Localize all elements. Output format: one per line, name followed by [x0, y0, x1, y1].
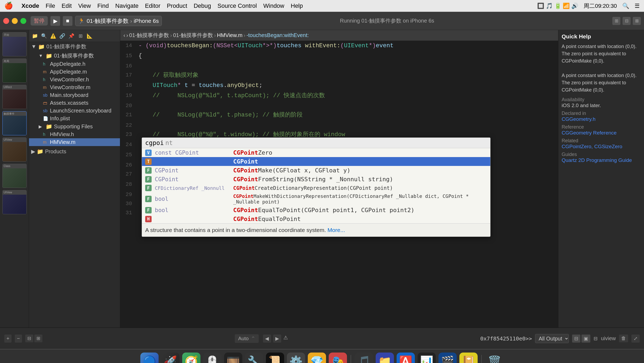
close-button[interactable] [3, 18, 9, 24]
menu-help[interactable]: Help [291, 2, 303, 9]
sidebar-item-appdelegate-m[interactable]: m AppDelegate.m [29, 68, 120, 76]
nav-icon-4[interactable]: 🔗 [58, 32, 66, 40]
navigator-toggle[interactable]: ⊞ [612, 17, 620, 25]
menu-editor[interactable]: Editor [145, 2, 160, 9]
qh-guides-link[interactable]: Quartz 2D Programming Guide [562, 157, 641, 163]
ac-item-cgpointcreatedict[interactable]: F CFDictionaryRef _Nonnull CGPointCreate… [142, 184, 490, 192]
ac-item-cgpointmake[interactable]: F CGPoint CGPointMake(CGFloat x, CGFloat… [142, 166, 490, 175]
menu-edit[interactable]: Edit [61, 2, 72, 9]
nav-icon-1[interactable]: 📁 [31, 32, 39, 40]
run-button[interactable]: ▶ [50, 16, 60, 26]
sidebar-group-root[interactable]: ▼ 📁 01-触摸事件参数 [29, 42, 120, 51]
minimize-button[interactable] [12, 18, 18, 24]
output-select[interactable]: All Output [535, 334, 569, 343]
menu-view[interactable]: View [78, 2, 91, 9]
sidebar-group-products[interactable]: ▶ 📁 Products [29, 147, 120, 156]
split-view-button[interactable]: ⊟ [572, 335, 580, 343]
thumb-2[interactable]: 布局 [2, 59, 27, 83]
nav-back[interactable]: ‹ [123, 32, 125, 38]
dock-finder[interactable]: 🔵 [140, 353, 159, 363]
inspector-toggle[interactable]: ⊠ [633, 17, 641, 25]
nav-icon-5[interactable]: 📌 [68, 32, 75, 40]
breadcrumb-part-3[interactable]: HMView.m [217, 32, 243, 38]
menu-source-control[interactable]: Source Control [218, 2, 257, 9]
qh-related-link[interactable]: CGPointZero, CGSizeZero [562, 144, 641, 150]
thumb-7[interactable]: UIView [2, 190, 27, 214]
ac-item-cgpointmakewithdict[interactable]: F bool CGPointMakeWithDictionaryRepresen… [142, 192, 490, 206]
dock-sketch[interactable]: 💎 [308, 353, 326, 363]
thumb-4[interactable]: 触摸事件 [2, 111, 27, 135]
nav-icon-2[interactable]: 🔍 [40, 32, 48, 40]
sidebar-item-hmview-m[interactable]: m HMView.m [29, 138, 120, 146]
search-icon[interactable]: 🔍 [622, 3, 629, 9]
dock-launchpad[interactable]: 🚀 [161, 353, 180, 363]
dock-quicktime[interactable]: 🎬 [438, 353, 457, 363]
ac-item-cgpointequaltopoint[interactable]: F bool CGPointEqualToPoint(CGPoint point… [142, 206, 490, 215]
menu-navigate[interactable]: Navigate [115, 2, 139, 9]
scheme-selector[interactable]: 🏃 01-触摸事件参数 › iPhone 6s [75, 16, 162, 26]
dock-finder2[interactable]: 📁 [376, 353, 394, 363]
menu-product[interactable]: Product [167, 2, 187, 9]
filter-icon[interactable]: ⊟ [594, 336, 598, 342]
pause-badge[interactable]: 暂停 [31, 16, 48, 26]
sidebar-item-viewcontroller-h[interactable]: h ViewController.h [29, 76, 120, 84]
qh-declared-link[interactable]: CGGeometry.h [562, 116, 641, 122]
ac-item-cgpoint[interactable]: T CGPoint [142, 157, 490, 166]
expand-button[interactable]: ⤢ [631, 335, 640, 343]
ac-item-cgpointequaltopoint-h[interactable]: H CGPointEqualToPoint [142, 215, 490, 223]
ac-item-cgpointzero[interactable]: V const CGPoint CGPointZero [142, 148, 490, 157]
menu-file[interactable]: File [46, 2, 55, 9]
dock-terminal[interactable]: 📜 [266, 353, 284, 363]
dock-notes[interactable]: 📔 [459, 353, 478, 363]
dock-settings[interactable]: ⚙️ [287, 353, 305, 363]
assistant-toggle[interactable]: ⊟ [623, 17, 631, 25]
menu-window[interactable]: Window [263, 2, 284, 9]
maximize-button[interactable] [20, 18, 26, 24]
more-link[interactable]: More... [327, 227, 345, 233]
dock-photos[interactable]: 🎞️ [224, 353, 242, 363]
sidebar-item-launchscreen[interactable]: sb LaunchScreen.storyboard [29, 107, 120, 115]
menu-find[interactable]: Find [97, 2, 109, 9]
dock-mouse[interactable]: 🖱️ [203, 353, 221, 363]
qh-reference-link[interactable]: CGGeometry Reference [562, 130, 641, 136]
sidebar-item-subgroup[interactable]: ▼ 📁 01-触摸事件参数 [29, 51, 120, 60]
dock-appstore[interactable]: 🅰️ [397, 353, 415, 363]
dock-puppet[interactable]: 🎭 [329, 353, 347, 363]
breadcrumb-part-1[interactable]: 01-触摸事件参数 [129, 32, 169, 39]
sidebar-item-main-storyboard[interactable]: sb Main.storyboard [29, 91, 120, 99]
sidebar-item-appdelegate-h[interactable]: h AppDelegate.h [29, 60, 120, 68]
nav-icon-3[interactable]: ⚠️ [49, 32, 57, 40]
breadcrumb-part-4[interactable]: -touchesBegan:withEvent: [246, 32, 309, 38]
single-view-button[interactable]: ▣ [581, 335, 590, 343]
sidebar-item-hmview-h[interactable]: h HMView.h [29, 130, 120, 138]
ac-item-cgpointfromstring[interactable]: F CGPoint CGPointFromString(NSString * _… [142, 175, 490, 184]
breadcrumb-part-2[interactable]: 01-触摸事件参数 [173, 32, 213, 39]
stop-button[interactable]: ■ [63, 16, 72, 26]
nav-icon-7[interactable]: 📐 [86, 32, 93, 40]
clear-button[interactable]: 🗑 [619, 335, 628, 342]
remove-file-button[interactable]: − [15, 335, 22, 343]
sidebar-item-assets[interactable]: 🗃 Assets.xcassets [29, 99, 120, 107]
dock-trash[interactable]: 🗑️ [485, 353, 504, 363]
view-mode-2[interactable]: ⊞ [34, 335, 42, 342]
nav-forward[interactable]: › [126, 32, 128, 38]
view-mode-1[interactable]: ⊟ [25, 335, 33, 342]
menu-xcode[interactable]: Xcode [21, 2, 39, 9]
thumb-3[interactable]: UIRect [2, 85, 27, 109]
code-scroll[interactable]: 14 - (void)touchesBegan:(NSSet<UITouch*>… [120, 41, 558, 328]
sidebar-item-infoplist[interactable]: 📄 Info.plist [29, 115, 120, 122]
apple-menu[interactable]: 🍎 [4, 2, 13, 10]
dock-music[interactable]: 🎵 [355, 353, 373, 363]
sidebar-item-supporting[interactable]: ▶ 📁 Supporting Files [29, 122, 120, 130]
thumb-6[interactable]: Class [2, 164, 27, 188]
add-file-button[interactable]: + [4, 335, 12, 343]
sidebar-item-viewcontroller-m[interactable]: m ViewController.m [29, 84, 120, 91]
dock-activity[interactable]: 📊 [418, 353, 436, 363]
dock-safari[interactable]: 🧭 [182, 353, 200, 363]
menu-icon[interactable]: ☰ [635, 3, 640, 9]
thumb-5[interactable]: UIView [2, 137, 27, 162]
nav-icon-6[interactable]: ⊞ [77, 32, 84, 40]
forward-button[interactable]: ▶ [273, 335, 281, 343]
menu-debug[interactable]: Debug [194, 2, 211, 9]
dock-tools[interactable]: 🔧 [245, 353, 263, 363]
